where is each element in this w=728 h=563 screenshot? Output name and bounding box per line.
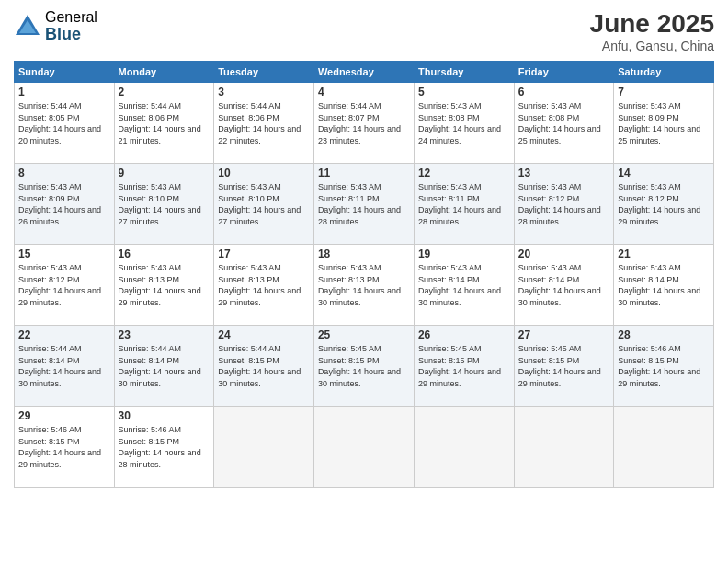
- calendar-week-row: 8 Sunrise: 5:43 AMSunset: 8:09 PMDayligh…: [15, 164, 714, 245]
- col-tuesday: Tuesday: [214, 62, 314, 83]
- page: General Blue June 2025 Anfu, Gansu, Chin…: [0, 0, 728, 563]
- calendar-week-row: 29 Sunrise: 5:46 AMSunset: 8:15 PMDaylig…: [15, 407, 714, 488]
- calendar-week-row: 1 Sunrise: 5:44 AMSunset: 8:05 PMDayligh…: [15, 83, 714, 164]
- day-info: Sunrise: 5:43 AMSunset: 8:10 PMDaylight:…: [119, 182, 201, 226]
- day-number: 23: [119, 328, 210, 341]
- table-row: 30 Sunrise: 5:46 AMSunset: 8:15 PMDaylig…: [114, 407, 214, 488]
- month-title: June 2025: [590, 9, 714, 39]
- title-area: June 2025 Anfu, Gansu, China: [590, 9, 714, 53]
- table-row: 27 Sunrise: 5:45 AMSunset: 8:15 PMDaylig…: [514, 326, 613, 407]
- day-number: 13: [518, 167, 609, 179]
- logo: General Blue: [14, 9, 97, 43]
- day-info: Sunrise: 5:43 AMSunset: 8:10 PMDaylight:…: [218, 182, 301, 226]
- day-info: Sunrise: 5:43 AMSunset: 8:09 PMDaylight:…: [18, 182, 101, 226]
- day-number: 5: [418, 86, 510, 98]
- table-row: 21 Sunrise: 5:43 AMSunset: 8:14 PMDaylig…: [614, 245, 714, 326]
- day-number: 17: [218, 247, 310, 260]
- calendar-week-row: 22 Sunrise: 5:44 AMSunset: 8:14 PMDaylig…: [15, 326, 714, 407]
- day-info: Sunrise: 5:43 AMSunset: 8:11 PMDaylight:…: [418, 182, 501, 226]
- calendar-week-row: 15 Sunrise: 5:43 AMSunset: 8:12 PMDaylig…: [15, 245, 714, 326]
- table-row: 24 Sunrise: 5:44 AMSunset: 8:15 PMDaylig…: [214, 326, 314, 407]
- day-number: 16: [119, 247, 210, 260]
- day-info: Sunrise: 5:45 AMSunset: 8:15 PMDaylight:…: [518, 344, 601, 388]
- day-number: 27: [518, 328, 609, 341]
- day-info: Sunrise: 5:43 AMSunset: 8:08 PMDaylight:…: [418, 101, 501, 145]
- day-number: 26: [418, 328, 510, 341]
- table-row: 4 Sunrise: 5:44 AMSunset: 8:07 PMDayligh…: [313, 83, 414, 164]
- day-info: Sunrise: 5:44 AMSunset: 8:05 PMDaylight:…: [18, 101, 101, 145]
- col-friday: Friday: [514, 62, 613, 83]
- day-number: 21: [618, 247, 710, 260]
- day-number: 10: [218, 167, 310, 179]
- day-info: Sunrise: 5:45 AMSunset: 8:15 PMDaylight:…: [318, 344, 401, 388]
- table-row: 18 Sunrise: 5:43 AMSunset: 8:13 PMDaylig…: [313, 245, 414, 326]
- table-row: 28 Sunrise: 5:46 AMSunset: 8:15 PMDaylig…: [614, 326, 714, 407]
- table-row: 9 Sunrise: 5:43 AMSunset: 8:10 PMDayligh…: [114, 164, 214, 245]
- day-number: 24: [218, 328, 310, 341]
- day-info: Sunrise: 5:43 AMSunset: 8:14 PMDaylight:…: [618, 263, 700, 307]
- day-number: 3: [218, 86, 310, 98]
- day-number: 25: [318, 328, 410, 341]
- table-row: 16 Sunrise: 5:43 AMSunset: 8:13 PMDaylig…: [114, 245, 214, 326]
- day-info: Sunrise: 5:46 AMSunset: 8:15 PMDaylight:…: [18, 425, 101, 469]
- table-row: 23 Sunrise: 5:44 AMSunset: 8:14 PMDaylig…: [114, 326, 214, 407]
- table-row: 19 Sunrise: 5:43 AMSunset: 8:14 PMDaylig…: [414, 245, 514, 326]
- day-number: 15: [18, 247, 110, 260]
- table-row: 22 Sunrise: 5:44 AMSunset: 8:14 PMDaylig…: [15, 326, 115, 407]
- table-row: 25 Sunrise: 5:45 AMSunset: 8:15 PMDaylig…: [313, 326, 414, 407]
- table-row: 14 Sunrise: 5:43 AMSunset: 8:12 PMDaylig…: [614, 164, 714, 245]
- location: Anfu, Gansu, China: [590, 39, 714, 53]
- day-number: 6: [518, 86, 609, 98]
- day-number: 7: [618, 86, 710, 98]
- day-number: 20: [518, 247, 609, 260]
- day-info: Sunrise: 5:43 AMSunset: 8:12 PMDaylight:…: [518, 182, 601, 226]
- day-info: Sunrise: 5:44 AMSunset: 8:07 PMDaylight:…: [318, 101, 401, 145]
- table-row: [614, 407, 714, 488]
- table-row: 2 Sunrise: 5:44 AMSunset: 8:06 PMDayligh…: [114, 83, 214, 164]
- header: General Blue June 2025 Anfu, Gansu, Chin…: [14, 9, 714, 53]
- day-number: 8: [18, 167, 110, 179]
- day-info: Sunrise: 5:43 AMSunset: 8:11 PMDaylight:…: [318, 182, 401, 226]
- day-info: Sunrise: 5:44 AMSunset: 8:15 PMDaylight:…: [218, 344, 301, 388]
- col-thursday: Thursday: [414, 62, 514, 83]
- table-row: 3 Sunrise: 5:44 AMSunset: 8:06 PMDayligh…: [214, 83, 314, 164]
- day-number: 19: [418, 247, 510, 260]
- day-info: Sunrise: 5:43 AMSunset: 8:09 PMDaylight:…: [618, 101, 700, 145]
- day-number: 29: [18, 409, 110, 422]
- day-number: 18: [318, 247, 410, 260]
- day-info: Sunrise: 5:45 AMSunset: 8:15 PMDaylight:…: [418, 344, 501, 388]
- table-row: 6 Sunrise: 5:43 AMSunset: 8:08 PMDayligh…: [514, 83, 613, 164]
- col-wednesday: Wednesday: [313, 62, 414, 83]
- day-info: Sunrise: 5:44 AMSunset: 8:14 PMDaylight:…: [119, 344, 201, 388]
- day-number: 11: [318, 167, 410, 179]
- logo-text: General Blue: [45, 9, 97, 43]
- logo-blue: Blue: [45, 26, 97, 44]
- day-info: Sunrise: 5:43 AMSunset: 8:12 PMDaylight:…: [618, 182, 700, 226]
- col-saturday: Saturday: [614, 62, 714, 83]
- day-info: Sunrise: 5:46 AMSunset: 8:15 PMDaylight:…: [618, 344, 700, 388]
- day-info: Sunrise: 5:43 AMSunset: 8:14 PMDaylight:…: [418, 263, 501, 307]
- day-number: 1: [18, 86, 110, 98]
- day-info: Sunrise: 5:43 AMSunset: 8:13 PMDaylight:…: [218, 263, 301, 307]
- table-row: 10 Sunrise: 5:43 AMSunset: 8:10 PMDaylig…: [214, 164, 314, 245]
- day-info: Sunrise: 5:43 AMSunset: 8:14 PMDaylight:…: [518, 263, 601, 307]
- table-row: 1 Sunrise: 5:44 AMSunset: 8:05 PMDayligh…: [15, 83, 115, 164]
- table-row: 7 Sunrise: 5:43 AMSunset: 8:09 PMDayligh…: [614, 83, 714, 164]
- table-row: 8 Sunrise: 5:43 AMSunset: 8:09 PMDayligh…: [15, 164, 115, 245]
- table-row: 26 Sunrise: 5:45 AMSunset: 8:15 PMDaylig…: [414, 326, 514, 407]
- day-number: 9: [119, 167, 210, 179]
- day-info: Sunrise: 5:44 AMSunset: 8:14 PMDaylight:…: [18, 344, 101, 388]
- logo-icon: [14, 13, 41, 40]
- day-info: Sunrise: 5:43 AMSunset: 8:08 PMDaylight:…: [518, 101, 601, 145]
- table-row: 17 Sunrise: 5:43 AMSunset: 8:13 PMDaylig…: [214, 245, 314, 326]
- table-row: 20 Sunrise: 5:43 AMSunset: 8:14 PMDaylig…: [514, 245, 613, 326]
- table-row: 11 Sunrise: 5:43 AMSunset: 8:11 PMDaylig…: [313, 164, 414, 245]
- day-number: 4: [318, 86, 410, 98]
- day-number: 2: [119, 86, 210, 98]
- day-info: Sunrise: 5:43 AMSunset: 8:13 PMDaylight:…: [119, 263, 201, 307]
- table-row: [514, 407, 613, 488]
- day-number: 28: [618, 328, 710, 341]
- table-row: 15 Sunrise: 5:43 AMSunset: 8:12 PMDaylig…: [15, 245, 115, 326]
- day-number: 22: [18, 328, 110, 341]
- table-row: [214, 407, 314, 488]
